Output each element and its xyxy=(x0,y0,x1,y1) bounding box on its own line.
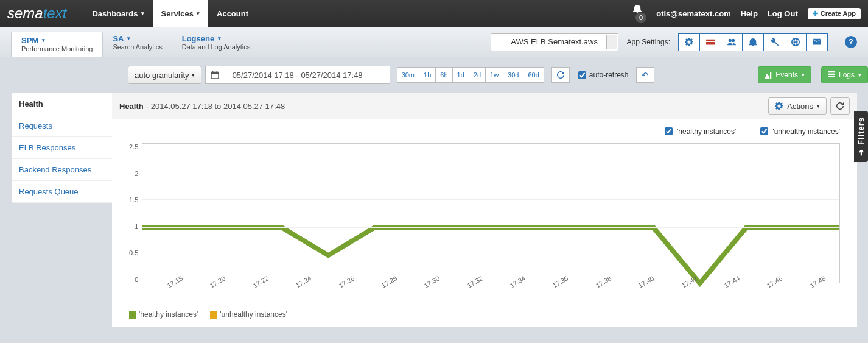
panel-range: - 2014.05.27 17:18 to 2014.05.27 17:48 xyxy=(146,102,285,111)
preset-60d[interactable]: 60d xyxy=(523,67,544,83)
app-settings-label: App Settings: xyxy=(627,38,670,46)
gear-icon xyxy=(685,38,693,46)
preset-1w[interactable]: 1w xyxy=(485,67,503,83)
auto-refresh-checkbox[interactable] xyxy=(578,71,586,79)
refresh-icon xyxy=(836,102,844,110)
gears-icon xyxy=(775,102,783,110)
gridline xyxy=(142,172,839,172)
date-range-picker[interactable]: 05/27/2014 17:18 - 05/27/2014 17:48 xyxy=(205,66,390,84)
sidebar-item-backend-responses[interactable]: Backend Responses xyxy=(12,159,112,181)
app-setting-credit-card[interactable] xyxy=(699,33,721,51)
preset-1h[interactable]: 1h xyxy=(419,67,436,83)
credit-card-icon xyxy=(706,38,715,46)
service-subtitle: Performance Monitoring xyxy=(21,45,93,52)
brand-left: sema xyxy=(7,5,43,22)
granularity-select[interactable]: auto granularity ▾ xyxy=(128,66,201,84)
notifications-button[interactable]: 0 xyxy=(633,4,646,23)
y-tick: 2.5 xyxy=(129,143,138,150)
actions-label: Actions xyxy=(787,102,813,111)
nav-dashboards[interactable]: Dashboards▾ xyxy=(83,0,152,27)
chevron-down-icon: ▾ xyxy=(802,72,805,78)
list-icon xyxy=(828,71,835,79)
refresh-icon xyxy=(557,71,564,79)
filters-label: Filters xyxy=(856,117,866,145)
create-app-button[interactable]: ✚Create App xyxy=(808,8,861,19)
brand-logo[interactable]: sematext xyxy=(7,5,66,22)
date-range-text: 05/27/2014 17:18 - 05/27/2014 17:48 xyxy=(225,71,390,80)
logs-label: Logs xyxy=(839,71,855,79)
events-button[interactable]: Events ▾ xyxy=(758,66,811,83)
service-tab-sa[interactable]: SA ▾Search Analytics xyxy=(103,32,172,57)
topbar: sematext Dashboards▾Services▾Account 0 o… xyxy=(0,0,868,27)
gridline xyxy=(142,199,839,200)
plus-icon: ✚ xyxy=(813,10,818,18)
app-setting-gear[interactable] xyxy=(678,33,700,51)
legend-toggle-healthy[interactable]: 'healthy instances' xyxy=(662,126,736,137)
app-setting-bell[interactable] xyxy=(742,33,764,51)
app-setting-users[interactable] xyxy=(721,33,743,51)
chevron-down-icon: ▾ xyxy=(858,72,861,78)
top-nav: Dashboards▾Services▾Account xyxy=(83,0,257,27)
undo-button[interactable]: ↶ xyxy=(636,67,654,83)
app-selector-value: AWS ELB Sematext.aws xyxy=(511,37,598,46)
sidebar-item-health[interactable]: Health xyxy=(12,93,112,115)
brand-right: text xyxy=(43,5,67,22)
service-bar: SPM ▾Performance MonitoringSA ▾Search An… xyxy=(0,27,868,57)
chart-plot-area[interactable] xyxy=(142,143,840,283)
logout-link[interactable]: Log Out xyxy=(768,9,798,18)
y-tick: 1 xyxy=(135,223,138,230)
preset-30m[interactable]: 30m xyxy=(397,67,419,83)
time-presets: 30m1h6h1d2d1w30d60d xyxy=(397,67,544,83)
service-tab-logsene[interactable]: Logsene ▾Data and Log Analytics xyxy=(172,32,261,57)
time-toolbar: auto granularity ▾ 05/27/2014 17:18 - 05… xyxy=(0,57,868,93)
panel-title: Health xyxy=(119,102,144,111)
user-email[interactable]: otis@sematext.com xyxy=(656,9,731,18)
legend-toggle-unhealthy[interactable]: 'unhealthy instances' xyxy=(758,126,840,137)
chevron-down-icon: ▾ xyxy=(42,37,45,43)
chart-series xyxy=(142,144,839,339)
chart-plot: 2.521.510.50 xyxy=(129,143,840,283)
app-setting-globe[interactable] xyxy=(785,33,807,51)
app-settings-icons xyxy=(679,33,828,51)
preset-30d[interactable]: 30d xyxy=(503,67,523,83)
chart-y-axis: 2.521.510.50 xyxy=(129,143,142,283)
service-subtitle: Data and Log Analytics xyxy=(182,43,251,51)
nav-services[interactable]: Services▾ xyxy=(153,0,209,27)
bell-icon xyxy=(633,4,642,13)
arrow-left-icon: ➜ xyxy=(856,149,866,156)
app-selector[interactable]: AWS ELB Sematext.aws xyxy=(491,33,618,51)
sidebar-item-elb-responses[interactable]: ELB Responses xyxy=(12,137,112,159)
sidebar: HealthRequestsELB ResponsesBackend Respo… xyxy=(11,93,112,203)
sidebar-item-requests[interactable]: Requests xyxy=(12,115,112,137)
preset-2d[interactable]: 2d xyxy=(469,67,486,83)
globe-icon xyxy=(791,38,800,46)
app-setting-wrench[interactable] xyxy=(763,33,785,51)
preset-1d[interactable]: 1d xyxy=(452,67,469,83)
refresh-button[interactable] xyxy=(551,67,570,83)
sidebar-item-requests-queue[interactable]: Requests Queue xyxy=(12,181,112,203)
filters-tab[interactable]: ➜ Filters xyxy=(854,111,868,162)
logs-button[interactable]: Logs ▾ xyxy=(821,66,868,83)
chevron-down-icon: ▾ xyxy=(817,103,820,109)
preset-6h[interactable]: 6h xyxy=(435,67,452,83)
auto-refresh-toggle[interactable]: auto-refresh xyxy=(576,69,629,81)
service-code: Logsene ▾ xyxy=(182,34,251,43)
legend-unhealthy-label: 'unhealthy instances' xyxy=(772,127,840,136)
panel-refresh-button[interactable] xyxy=(830,97,850,115)
chevron-down-icon: ▾ xyxy=(127,35,130,41)
help-icon[interactable]: ? xyxy=(845,36,857,48)
y-tick: 0.5 xyxy=(129,249,138,256)
actions-menu[interactable]: Actions ▾ xyxy=(768,97,827,115)
service-tab-spm[interactable]: SPM ▾Performance Monitoring xyxy=(11,32,103,57)
auto-refresh-label: auto-refresh xyxy=(589,71,629,79)
app-setting-envelope[interactable] xyxy=(806,33,828,51)
notifications-count: 0 xyxy=(635,13,646,23)
swatch-healthy xyxy=(129,311,136,319)
chevron-down-icon: ▾ xyxy=(218,35,221,41)
nav-account[interactable]: Account xyxy=(208,0,257,27)
chevron-down-icon: ▾ xyxy=(197,10,200,16)
help-link[interactable]: Help xyxy=(741,9,758,18)
y-tick: 2 xyxy=(135,170,138,177)
chevron-down-icon: ▾ xyxy=(192,72,195,78)
service-code: SPM ▾ xyxy=(21,36,93,45)
